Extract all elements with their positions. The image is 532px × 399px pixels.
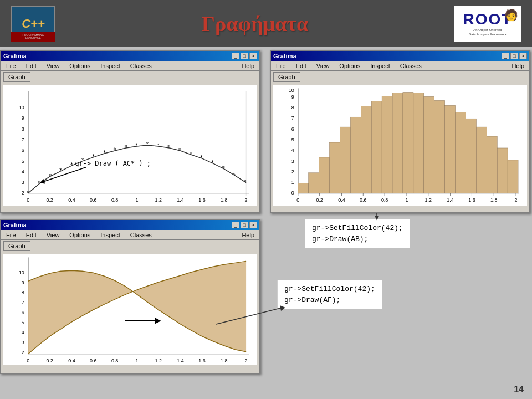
window-2-controls[interactable]: _ □ × <box>502 53 527 59</box>
svg-rect-73 <box>309 173 319 193</box>
svg-text:*: * <box>91 154 95 160</box>
svg-text:*: * <box>59 167 63 173</box>
svg-text:0.8: 0.8 <box>111 358 118 364</box>
svg-rect-84 <box>424 96 434 193</box>
main-title: Γραφήματα <box>202 12 309 36</box>
menu-edit-1[interactable]: Edit <box>24 63 39 69</box>
svg-text:10: 10 <box>19 105 24 110</box>
menu-classes-2[interactable]: Classes <box>398 63 424 69</box>
code-label-2: gr->SetFillColor(42); gr->Draw(AF); <box>277 280 382 309</box>
maximize-btn-2[interactable]: □ <box>510 53 518 59</box>
svg-text:6: 6 <box>22 147 24 153</box>
close-btn-3[interactable]: × <box>249 222 257 228</box>
menu-file-1[interactable]: File <box>4 63 18 69</box>
svg-text:8: 8 <box>22 126 24 132</box>
graph-btn-1[interactable]: Graph <box>3 72 30 82</box>
graph-area-2: 0 1 2 3 4 5 6 7 8 9 10 0 0.2 0.4 0.6 0.8… <box>273 85 527 206</box>
menu-edit-3[interactable]: Edit <box>24 232 39 238</box>
svg-text:7: 7 <box>22 137 24 142</box>
svg-text:1.2: 1.2 <box>155 197 162 203</box>
svg-rect-87 <box>456 112 466 193</box>
menu-inspect-2[interactable]: Inspect <box>368 63 392 69</box>
graph-area-1: 2 3 4 5 6 7 8 9 10 0 0.2 0.4 0.6 0.8 1 1… <box>3 85 257 206</box>
close-btn[interactable]: × <box>249 53 257 59</box>
svg-text:*: * <box>167 144 171 150</box>
maximize-btn-3[interactable]: □ <box>241 222 248 228</box>
window-1-controls[interactable]: _ □ × <box>232 53 257 59</box>
window-1-title: Grafima <box>3 53 27 59</box>
svg-text:1.4: 1.4 <box>447 197 453 203</box>
menu-view-1[interactable]: View <box>44 63 62 69</box>
menu-inspect-1[interactable]: Inspect <box>98 63 122 69</box>
svg-text:*: * <box>49 173 52 179</box>
svg-text:2: 2 <box>22 350 24 355</box>
svg-text:*: * <box>113 147 116 153</box>
window-3-controls[interactable]: _ □ × <box>232 222 257 228</box>
svg-text:0: 0 <box>27 358 29 364</box>
svg-text:1.4: 1.4 <box>177 197 183 203</box>
menu-help-2[interactable]: Help <box>509 63 526 69</box>
menu-classes-1[interactable]: Classes <box>128 63 154 69</box>
svg-text:1.2: 1.2 <box>155 358 162 364</box>
menu-edit-2[interactable]: Edit <box>294 63 309 69</box>
svg-text:*: * <box>135 142 138 149</box>
close-btn-2[interactable]: × <box>519 53 527 59</box>
svg-text:1.4: 1.4 <box>177 358 183 364</box>
menu-options-1[interactable]: Options <box>67 63 93 69</box>
menu-options-3[interactable]: Options <box>67 232 93 238</box>
svg-text:*: * <box>103 150 106 156</box>
window-2-menubar: File Edit View Options Inspect Classes H… <box>271 61 529 71</box>
code-label-1-line2: gr->Draw(AB); <box>312 234 403 245</box>
menu-file-2[interactable]: File <box>274 63 288 69</box>
svg-text:4: 4 <box>22 169 24 175</box>
graph-btn-3[interactable]: Graph <box>3 241 30 251</box>
graph-btn-2[interactable]: Graph <box>273 72 300 82</box>
minimize-btn[interactable]: _ <box>232 53 239 59</box>
svg-text:9: 9 <box>22 115 24 121</box>
svg-text:2: 2 <box>245 358 248 364</box>
svg-rect-72 <box>298 183 309 193</box>
code-label-1-line1: gr->SetFillColor(42); <box>312 223 403 234</box>
menu-help-3[interactable]: Help <box>239 232 257 238</box>
header-bar: C++ PROGRAMMINGLANGUAGE Γραφήματα ROOT A… <box>0 0 532 47</box>
svg-text:2: 2 <box>22 190 24 196</box>
svg-text:*: * <box>232 172 236 178</box>
svg-text:6: 6 <box>22 310 24 315</box>
svg-rect-90 <box>487 136 497 193</box>
svg-text:1: 1 <box>291 180 294 185</box>
menu-help-1[interactable]: Help <box>239 63 257 69</box>
svg-text:0.2: 0.2 <box>316 197 323 203</box>
code-label-1: gr->SetFillColor(42); gr->Draw(AB); <box>305 219 410 248</box>
svg-text:0.8: 0.8 <box>111 197 118 203</box>
maximize-btn[interactable]: □ <box>241 53 248 59</box>
menu-view-3[interactable]: View <box>44 232 62 238</box>
svg-text:3: 3 <box>22 180 24 185</box>
svg-text:0.6: 0.6 <box>360 197 366 203</box>
code-label-2-line1: gr->SetFillColor(42); <box>284 284 375 295</box>
minimize-btn-3[interactable]: _ <box>232 222 239 228</box>
cpp-logo: C++ PROGRAMMINGLANGUAGE <box>11 6 55 42</box>
root-logo-subtitle: An Object-OrientedData Analysis Framewor… <box>469 28 507 36</box>
svg-text:2: 2 <box>291 169 294 175</box>
window-1: Grafima _ □ × File Edit View Options Ins… <box>0 50 260 213</box>
svg-text:*: * <box>70 162 73 168</box>
menu-classes-3[interactable]: Classes <box>128 232 154 238</box>
menu-options-2[interactable]: Options <box>337 63 362 69</box>
window-3-title: Grafima <box>3 222 27 228</box>
svg-text:*: * <box>222 165 225 171</box>
svg-text:8: 8 <box>22 290 24 295</box>
menu-view-2[interactable]: View <box>314 63 332 69</box>
svg-text:*: * <box>157 142 160 149</box>
code-label-2-line2: gr->Draw(AF); <box>284 295 375 306</box>
menu-inspect-3[interactable]: Inspect <box>98 232 122 238</box>
svg-text:1: 1 <box>405 197 408 203</box>
svg-text:*: * <box>243 179 247 185</box>
svg-text:9: 9 <box>291 94 294 100</box>
svg-text:10: 10 <box>19 270 24 275</box>
page-number: 14 <box>514 385 524 395</box>
minimize-btn-2[interactable]: _ <box>502 53 509 59</box>
menu-file-3[interactable]: File <box>4 232 18 238</box>
svg-rect-92 <box>508 160 518 193</box>
svg-text:0.4: 0.4 <box>68 197 75 203</box>
svg-text:2: 2 <box>245 197 248 203</box>
